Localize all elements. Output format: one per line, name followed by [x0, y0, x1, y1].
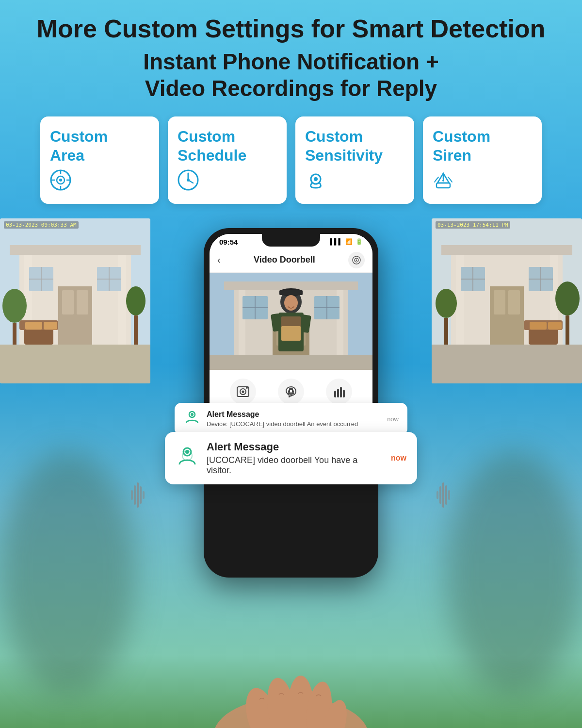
- svg-point-79: [356, 259, 357, 261]
- svg-rect-63: [134, 485, 136, 505]
- custom-area-title: Custom Area: [50, 127, 149, 165]
- svg-rect-112: [334, 391, 336, 397]
- svg-rect-64: [137, 482, 139, 508]
- svg-rect-59: [444, 318, 448, 345]
- svg-rect-23: [77, 290, 88, 314]
- right-camera-view: 03-13-2023 17:54:11 PM: [432, 218, 582, 383]
- original-sound-icon: [326, 379, 352, 405]
- svg-rect-62: [131, 490, 133, 500]
- svg-rect-18: [10, 245, 141, 255]
- hand-container: [175, 629, 407, 728]
- phone-notch: [262, 234, 320, 247]
- custom-area-icon: [50, 169, 149, 195]
- sound-wave-left: [131, 480, 146, 512]
- alert-small-content: Alert Message Device: [UCOCARE] video do…: [207, 410, 381, 428]
- svg-rect-56: [530, 322, 547, 330]
- bg-blur-right: [446, 451, 582, 694]
- custom-schedule-icon: [178, 169, 277, 195]
- camera-button[interactable]: [348, 252, 365, 268]
- intercom-icon: [278, 379, 304, 405]
- header-title: More Custom Settings for Smart Detection: [19, 15, 563, 44]
- svg-point-73: [191, 413, 194, 416]
- right-cam-scene: 03-13-2023 17:54:11 PM: [432, 218, 582, 383]
- alert-small: Alert Message Device: [UCOCARE] video do…: [175, 403, 407, 435]
- svg-rect-114: [340, 387, 342, 397]
- svg-rect-66: [143, 491, 145, 499]
- svg-rect-102: [279, 290, 303, 295]
- custom-sensitivity-icon: [305, 169, 404, 195]
- svg-rect-67: [436, 491, 438, 499]
- svg-rect-71: [448, 490, 450, 500]
- svg-rect-46: [508, 290, 520, 314]
- back-button[interactable]: ‹: [217, 254, 221, 265]
- phone-status-icons: ▌▌▌ 📶 🔋: [330, 238, 363, 245]
- custom-siren-card: Custom Siren: [423, 116, 542, 204]
- sound-wave-right: [436, 480, 451, 512]
- svg-point-108: [246, 387, 248, 389]
- header: More Custom Settings for Smart Detection…: [0, 0, 582, 107]
- svg-rect-22: [62, 290, 74, 314]
- alert-large-icon: [176, 444, 199, 472]
- svg-point-107: [242, 390, 244, 393]
- alert-large-time: now: [391, 454, 406, 463]
- left-cam-scene: 03-13-2023 09:03:33 AM: [0, 218, 150, 383]
- svg-rect-33: [25, 322, 42, 330]
- svg-rect-34: [44, 322, 57, 330]
- phone-time: 09:54: [219, 238, 238, 246]
- svg-rect-95: [210, 355, 372, 370]
- svg-rect-115: [343, 390, 345, 397]
- svg-point-35: [2, 289, 27, 323]
- svg-rect-36: [13, 323, 16, 345]
- header-subtitle: Instant Phone Notification + Video Recor…: [19, 49, 563, 102]
- svg-point-37: [126, 286, 146, 315]
- custom-sensitivity-title: Custom Sensitivity: [305, 127, 404, 165]
- svg-rect-38: [134, 315, 138, 345]
- svg-point-58: [436, 289, 457, 318]
- right-cam-timestamp: 03-13-2023 17:54:11 PM: [436, 221, 510, 229]
- custom-sensitivity-card: Custom Sensitivity: [295, 116, 414, 204]
- custom-siren-title: Custom Siren: [433, 127, 532, 165]
- svg-rect-103: [281, 326, 301, 341]
- alert-large-title: Alert Message: [207, 441, 383, 453]
- custom-siren-icon: [433, 169, 532, 195]
- screenshot-icon: [230, 379, 256, 405]
- svg-point-2: [59, 179, 62, 182]
- left-camera-view: 03-13-2023 09:03:33 AM: [0, 218, 150, 383]
- svg-rect-13: [436, 183, 450, 188]
- svg-rect-53: [432, 345, 582, 383]
- battery-icon: 🔋: [356, 238, 363, 245]
- svg-rect-69: [442, 482, 444, 508]
- svg-rect-68: [439, 486, 441, 504]
- alert-small-body: Device: [UCOCARE] video doorbell An even…: [207, 420, 381, 428]
- svg-rect-70: [445, 485, 447, 505]
- app-title: Video Doorbell: [254, 255, 315, 265]
- app-header: ‹ Video Doorbell: [210, 248, 372, 273]
- svg-rect-41: [441, 245, 572, 255]
- alert-large-body: [UCOCARE] video doorbell You have a visi…: [207, 455, 383, 476]
- bg-blur-left: [0, 451, 136, 694]
- phone-section: 03-13-2023 09:03:33 AM: [0, 218, 582, 728]
- left-cam-timestamp: 03-13-2023 09:03:33 AM: [4, 221, 79, 229]
- svg-rect-30: [0, 345, 150, 383]
- phone-camera-feed: 03-13-2023 09:54:33 AM: [210, 273, 372, 370]
- alert-large: Alert Message [UCOCARE] video doorbell Y…: [165, 432, 417, 484]
- feature-cards: Custom Area Custom Schedule: [0, 107, 582, 214]
- svg-point-10: [187, 179, 190, 182]
- custom-area-card: Custom Area: [40, 116, 159, 204]
- svg-point-60: [555, 281, 580, 315]
- svg-point-12: [314, 177, 318, 181]
- signal-icon: ▌▌▌: [330, 238, 342, 245]
- svg-rect-65: [140, 486, 142, 504]
- alert-small-time: now: [387, 415, 399, 423]
- svg-rect-113: [337, 389, 339, 397]
- custom-schedule-card: Custom Schedule: [168, 116, 287, 204]
- alert-large-content: Alert Message [UCOCARE] video doorbell Y…: [207, 441, 383, 476]
- wifi-icon: 📶: [345, 238, 353, 245]
- svg-rect-61: [566, 315, 569, 345]
- alert-small-icon: [183, 409, 201, 430]
- svg-point-15: [442, 180, 444, 182]
- svg-rect-45: [494, 290, 505, 314]
- alert-small-title: Alert Message: [207, 410, 381, 419]
- custom-schedule-title: Custom Schedule: [178, 127, 277, 165]
- main-container: More Custom Settings for Smart Detection…: [0, 0, 582, 728]
